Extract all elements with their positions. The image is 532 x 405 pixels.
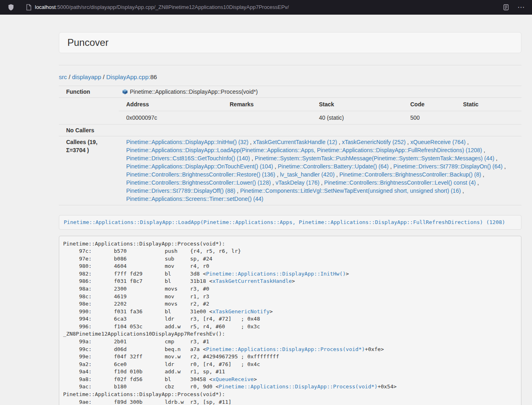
no-callers-cell [119,125,521,136]
breadcrumb: src / displayapp / DisplayApp.cpp:86 [59,73,521,81]
stats-row-label [59,98,119,125]
browser-toolbar: localhost:5000/path/src/displayapp/Displ… [0,0,532,15]
col-remarks: Remarks [226,98,316,111]
code-symbol-link[interactable]: Pinetime::Applications::DisplayApp::Proc… [206,346,365,352]
callee-link[interactable]: Pinetime::Controllers::Battery::Update()… [278,163,389,170]
callee-link[interactable]: vTaskDelay (176) [276,179,319,186]
callees-label: Callees (19, Σ=3704 ) [59,136,119,205]
callee-link[interactable]: lv_task_handler (420) [280,171,335,178]
callee-panel-heading: Pinetime::Applications::DisplayApp::Load… [59,215,521,230]
code-symbol-link[interactable]: xQueueReceive [212,376,254,382]
divider [59,65,521,65]
callee-link[interactable]: Pinetime::System::SystemTask::PushMessag… [255,155,495,162]
callee-link[interactable]: Pinetime::Drivers::St7789::DisplayOff() … [126,187,235,194]
disassembly-block: Pinetime::Applications::DisplayApp::Proc… [59,236,521,405]
callee-link[interactable]: xTaskGetCurrentTaskHandle (12) [253,139,337,145]
callee-link[interactable]: Pinetime::Applications::DisplayApp::Load… [126,147,482,153]
callees-cell: Pinetime::Applications::DisplayApp::Init… [119,136,521,205]
page-title-panel: Puncover [59,32,521,53]
col-static: Static [460,98,521,111]
page-title: Puncover [67,37,513,48]
tracking-protection-shield-icon[interactable] [7,4,15,11]
reader-view-icon[interactable] [503,4,509,11]
code-symbol-link[interactable]: Pinetime::Applications::DisplayApp::Init… [206,271,346,277]
callee-link[interactable]: Pinetime::Applications::Screens::Timer::… [126,196,263,202]
no-callers-label: No Callers [59,125,119,136]
code-symbol-link[interactable]: xTaskGenericNotify [212,308,269,315]
callee-link[interactable]: Pinetime::Components::LittleVgl::SetNewT… [240,187,461,194]
callee-link[interactable]: Pinetime::Controllers::BrightnessControl… [126,171,275,178]
page-info-icon[interactable] [26,4,32,11]
function-detail-table: Function Pinetime::Applications::Display… [59,86,521,205]
address-bar[interactable]: localhost:5000/path/src/displayapp/Displ… [35,4,289,10]
value-stack: 40 (static) [316,111,407,125]
overflow-menu-icon[interactable]: ⋯ [517,4,525,11]
function-name-cell: Pinetime::Applications::DisplayApp::Proc… [119,86,521,98]
col-address: Address [119,98,226,111]
function-name: Pinetime::Applications::DisplayApp::Proc… [130,88,258,95]
col-stack: Stack [316,98,407,111]
stats-cell: Address Remarks Stack Code Static 0x0000… [119,98,521,125]
breadcrumb-link[interactable]: src [59,73,67,80]
breadcrumb-link[interactable]: displayapp [72,73,101,80]
value-remarks [226,111,316,125]
function-row: Function Pinetime::Applications::Display… [59,86,521,98]
callee-link[interactable]: Pinetime::Controllers::BrightnessControl… [126,179,271,186]
callee-link[interactable]: Pinetime::Controllers::BrightnessControl… [324,179,476,186]
value-address: 0x0000097c [119,111,226,125]
callees-row: Callees (19, Σ=3704 ) Pinetime::Applicat… [59,136,521,205]
url-host: localhost [35,4,56,10]
no-callers-row: No Callers [59,125,521,136]
stats-values-row: 0x0000097c 40 (static) 500 [119,111,521,125]
callee-link[interactable]: Pinetime::Applications::DisplayApp::OnTo… [126,163,273,170]
callee-link[interactable]: Pinetime::Drivers::Cst816S::GetTouchInfo… [126,155,250,162]
function-icon [122,89,128,95]
callee-link[interactable]: xQueueReceive (764) [410,139,465,145]
value-code: 500 [407,111,460,125]
col-code: Code [407,98,460,111]
stats-row: Address Remarks Stack Code Static 0x0000… [59,98,521,125]
callee-link[interactable]: Pinetime::Applications::DisplayApp::Init… [126,139,248,145]
url-path: :5000/path/src/displayapp/DisplayApp.cpp… [56,4,289,10]
stats-header-row: Address Remarks Stack Code Static [119,98,521,111]
value-static [460,111,521,125]
code-symbol-link[interactable]: xTaskGetCurrentTaskHandle [212,278,292,284]
loadapp-symbol-link[interactable]: Pinetime::Applications::DisplayApp::Load… [64,219,505,225]
callee-link[interactable]: xTaskGenericNotify (252) [342,139,405,145]
callee-link[interactable]: Pinetime::Drivers::St7789::DisplayOn() (… [393,163,502,170]
function-row-label: Function [59,86,119,98]
stats-table: Address Remarks Stack Code Static 0x0000… [119,98,521,124]
page-container: Puncover src / displayapp / DisplayApp.c… [59,32,521,405]
breadcrumb-link[interactable]: DisplayApp.cpp: [106,73,150,80]
code-symbol-link[interactable]: Pinetime::Applications::DisplayApp::Proc… [219,383,377,390]
callee-link[interactable]: Pinetime::Controllers::BrightnessControl… [339,171,481,178]
